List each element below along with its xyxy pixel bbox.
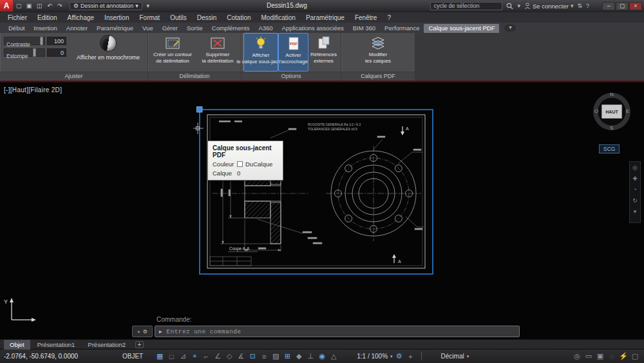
tab-annoter[interactable]: Annoter [62,24,92,33]
quick-properties-icon[interactable]: ▭ [583,352,594,360]
close-button[interactable]: × [629,2,642,10]
quick-access-customize-icon[interactable]: ▾ [144,3,153,9]
viewcube-top-face[interactable]: HAUT [601,104,622,119]
annotation-monitor-icon[interactable]: ◎ [572,352,582,360]
tab-sortie[interactable]: Sortie [182,24,207,33]
monochrome-button[interactable]: Afficher en monochrome [70,33,147,72]
new-layout-button[interactable]: + [135,341,144,348]
edit-layers-button[interactable]: Modifier les calques [355,33,401,72]
maximize-button[interactable]: ▢ [616,2,629,10]
tab-debut[interactable]: Début [4,24,29,33]
contrast-slider[interactable]: Contraste [4,37,45,45]
units-button[interactable]: Décimal ▾ [441,353,469,360]
enable-snap-button[interactable]: PDF Activer l'accrochage [278,33,308,72]
3d-object-snap-icon[interactable]: ◆ [294,352,304,360]
workspace-switcher[interactable]: ⚙ Dessin et annotation ▾ [70,2,142,10]
tab-gerer[interactable]: Gérer [158,24,182,33]
annotation-visibility-icon[interactable]: ◉ [317,352,327,360]
zoom-icon[interactable]: ◔ [633,186,636,193]
layout-tab-presentation2[interactable]: Présentation2 [82,340,131,349]
fade-value[interactable]: 0 [47,48,66,57]
menu-fichier[interactable]: Fichier [3,14,32,21]
external-references-button[interactable]: Références externes [308,33,339,72]
new-file-icon[interactable]: ▢ [14,3,23,9]
sign-in-button[interactable]: Se connecter ▾ [524,3,574,10]
dynamic-input-icon[interactable]: ⌖ [189,352,200,360]
orbit-icon[interactable]: ↻ [632,197,638,204]
lineweight-icon[interactable]: ≡ [259,353,269,360]
menu-edition[interactable]: Edition [32,14,62,21]
tab-vue[interactable]: Vue [138,24,158,33]
viewcube-west[interactable]: O [594,108,598,114]
tab-insertion[interactable]: Insertion [29,24,61,33]
save-icon[interactable]: ◫ [35,3,44,9]
tab-a360[interactable]: A360 [254,24,277,33]
drawing-canvas[interactable]: [-][Haut][Filaire 2D] RUGOSITE GENERAL [0,83,644,339]
lock-ui-icon[interactable]: ▣ [595,352,605,360]
contrast-value[interactable]: 100 [47,37,66,45]
add-annotation-scales-icon[interactable]: + [406,353,416,360]
autoscale-icon[interactable]: △ [328,352,339,360]
snap-mode-icon[interactable]: □ [166,353,176,360]
app-logo-icon[interactable]: A [0,0,13,12]
menu-cotation[interactable]: Cotation [222,14,256,21]
panel-label-ajuster[interactable]: Ajuster [0,72,147,81]
menu-insertion[interactable]: Insertion [99,14,134,21]
viewcube-east[interactable]: E [626,108,629,114]
isometric-drafting-icon[interactable]: ◇ [224,352,234,360]
navbar-more-icon[interactable]: ▾ [634,208,637,215]
object-snap-tracking-icon[interactable]: ∡ [236,352,246,360]
selection-cycling-icon[interactable]: ⊞ [282,352,292,360]
coordinates-readout[interactable]: -2.0764, -50.6749, 0.0000 [4,353,99,360]
search-input[interactable]: cycle de sélection [430,2,502,10]
tab-applications-associees[interactable]: Applications associées [278,24,348,33]
viewcube[interactable]: N O E S HAUT [593,93,630,130]
minimize-button[interactable]: – [602,2,615,10]
tab-bim-360[interactable]: BIM 360 [348,24,380,33]
viewcube-south[interactable]: S [610,125,613,131]
layout-tab-objet[interactable]: Objet [4,340,30,349]
menu-parametrique[interactable]: Paramétrique [301,14,350,21]
command-input[interactable]: ▸ Entrez une commande [155,326,520,337]
undo-icon[interactable]: ↶ [45,3,54,9]
layout-tab-presentation1[interactable]: Présentation1 [32,340,81,349]
annotation-scale-settings-icon[interactable]: ⚙ [394,352,404,360]
fade-slider[interactable]: Estompe [4,48,45,57]
tab-performance[interactable]: Performance [380,24,424,33]
pdf-underlay-drawing[interactable]: RUGOSITE GENERALE Ra 3.2 / 6.3 TOLERANCE… [193,102,441,276]
ribbon-collapse-button[interactable]: ▾ [504,25,516,32]
command-close-icon[interactable]: × [137,329,140,335]
panel-label-options[interactable]: Options [242,72,341,81]
create-clip-boundary-button[interactable]: Créer un contour de délimitation [149,33,196,72]
infer-constraints-icon[interactable]: ⊿ [178,352,188,360]
viewcube-north[interactable]: N [610,92,614,97]
command-customize-icon[interactable]: ⚙ [143,329,147,335]
object-snap-icon[interactable]: ⊡ [247,352,258,360]
search-caret-icon[interactable]: ▾ [517,3,520,9]
redo-icon[interactable]: ↷ [55,3,64,9]
menu-fenetre[interactable]: Fenêtre [350,14,382,21]
grid-icon[interactable]: ▦ [155,352,165,360]
tab-calque-sous-jacent-pdf[interactable]: Calque sous-jacent PDF [424,24,499,33]
steering-wheel-icon[interactable]: ◎ [632,164,638,171]
polar-tracking-icon[interactable]: ∠ [213,352,223,360]
ortho-icon[interactable]: ⌐ [201,353,211,360]
panel-label-calques-pdf[interactable]: Calques PDF [341,72,415,81]
dynamic-ucs-icon[interactable]: ⊥ [305,352,316,360]
navigation-bar[interactable]: ◎ ✚ ◔ ↻ ▾ [629,161,641,223]
clean-screen-icon[interactable]: ▢ [630,352,640,360]
remove-clip-button[interactable]: Supprimer la délimitation [196,33,240,72]
graphics-performance-icon[interactable]: ⚡ [618,352,629,360]
menu-modification[interactable]: Modification [256,14,301,21]
menu-aide[interactable]: ? [382,14,396,21]
menu-affichage[interactable]: Affichage [62,14,100,21]
tab-parametrique[interactable]: Paramétrique [92,24,138,33]
model-space-button[interactable]: OBJET [122,353,143,360]
viewport-controls[interactable]: [-][Haut][Filaire 2D] [4,86,62,93]
search-icon[interactable] [506,3,513,10]
help-icon[interactable]: ? [586,3,589,9]
annotation-scale-button[interactable]: 1:1 / 100% ▾ [357,353,392,360]
menu-dessin[interactable]: Dessin [192,14,222,21]
isolate-objects-icon[interactable]: ◌ [607,353,617,360]
exchange-apps-icon[interactable]: ⇅ [577,3,582,9]
